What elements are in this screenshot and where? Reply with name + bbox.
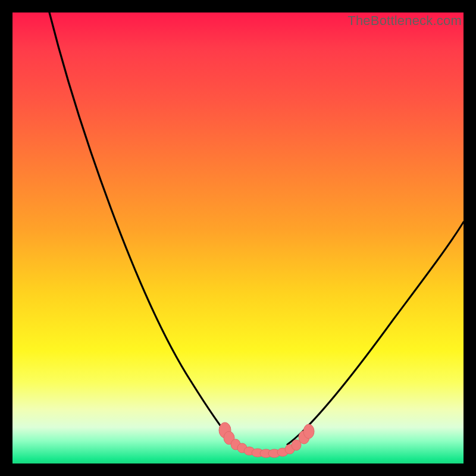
right-curve [287,222,464,444]
bottom-dots-group [219,422,314,458]
chart-frame: TheBottleneck.com [0,0,476,476]
left-curve [49,12,234,443]
chart-plot-area [12,12,464,464]
svg-point-12 [303,424,314,439]
chart-svg [12,12,464,464]
watermark-label: TheBottleneck.com [347,13,462,29]
